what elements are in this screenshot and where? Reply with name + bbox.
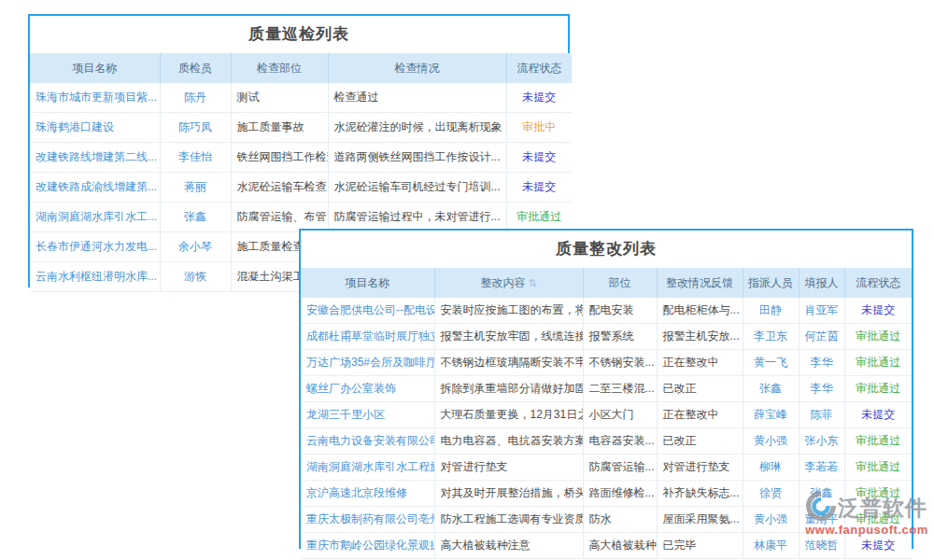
cell-project-name[interactable]: 长春市伊通河水力发电... bbox=[30, 232, 160, 262]
cell-project-name[interactable]: 改建铁路成渝线增建第... bbox=[30, 173, 160, 203]
cell-check-situation: 防腐管运输过程中，未对管进行... bbox=[328, 203, 506, 232]
cell-part: 不锈钢安装... bbox=[583, 350, 657, 376]
cell-feedback: 正在整改中 bbox=[657, 402, 743, 428]
col-header-project-name: 项目名称 bbox=[30, 53, 160, 83]
cell-part: 高大植被栽种 bbox=[583, 533, 657, 559]
cell-reporter[interactable]: 张小东 bbox=[799, 428, 844, 455]
cell-feedback: 已改正 bbox=[657, 428, 743, 455]
status-badge[interactable]: 审批通过 bbox=[844, 324, 912, 350]
sort-icon[interactable]: ⇅ bbox=[528, 277, 536, 288]
cell-reporter[interactable]: 董清平 bbox=[799, 507, 844, 533]
cell-feedback: 对管进行垫支 bbox=[657, 455, 743, 481]
status-badge[interactable]: 未提交 bbox=[506, 173, 572, 203]
col-header-project-name: 项目名称 bbox=[301, 268, 434, 298]
status-badge[interactable]: 未提交 bbox=[506, 83, 572, 113]
cell-assignee[interactable]: 黄小强 bbox=[743, 428, 799, 455]
cell-assignee[interactable]: 李卫东 bbox=[743, 324, 799, 350]
status-badge[interactable]: 审批中 bbox=[506, 113, 572, 143]
cell-project-name[interactable]: 湖南洞庭湖水库引水工... bbox=[30, 203, 160, 232]
cell-inspector[interactable]: 余小琴 bbox=[160, 232, 231, 262]
cell-rectify-content: 不锈钢边框玻璃隔断安装不牢... bbox=[434, 350, 583, 376]
cell-assignee[interactable]: 徐贤 bbox=[743, 481, 799, 507]
col-header-check-part: 检查部位 bbox=[231, 53, 328, 83]
cell-inspector[interactable]: 陈丹 bbox=[160, 83, 231, 113]
cell-feedback: 已改正 bbox=[657, 376, 743, 402]
cell-feedback: 报警主机安放... bbox=[657, 324, 743, 350]
cell-project-name[interactable]: 珠海鹤港口建设 bbox=[30, 113, 160, 143]
cell-project-name[interactable]: 成都杜甫草堂临时展厅独立展... bbox=[301, 324, 434, 350]
status-badge[interactable]: 审批通过 bbox=[844, 507, 912, 533]
status-badge[interactable]: 审批通过 bbox=[844, 376, 912, 402]
table-row: 改建铁路线增建第二线... 李佳怡 铁丝网围挡工作检查 道路两侧铁丝网围挡工作按… bbox=[30, 143, 572, 173]
col-header-rectify-content[interactable]: 整改内容⇅ bbox=[434, 268, 583, 298]
status-badge[interactable]: 未提交 bbox=[844, 533, 912, 559]
cell-assignee[interactable]: 林康平 bbox=[743, 533, 799, 559]
table-row: 龙湖三千里小区 大理石质量更换，12月31日之... 小区大门 正在整改中 薛宝… bbox=[301, 402, 912, 428]
cell-rectify-content: 高大植被栽种注意 bbox=[434, 533, 583, 559]
cell-project-name[interactable]: 云南电力设备安装有限公司20... bbox=[301, 428, 434, 455]
cell-reporter[interactable]: 李华 bbox=[799, 376, 844, 402]
cell-project-name[interactable]: 珠海市城市更新项目紫... bbox=[30, 83, 160, 113]
cell-project-name[interactable]: 湖南洞庭湖水库引水工程施工标 bbox=[301, 455, 434, 481]
cell-inspector[interactable]: 陈巧凤 bbox=[160, 113, 231, 143]
cell-part: 防腐管运输... bbox=[583, 455, 657, 481]
cell-rectify-content: 报警主机安放牢固，线缆连接... bbox=[434, 324, 583, 350]
cell-inspector[interactable]: 蒋丽 bbox=[160, 173, 231, 203]
cell-feedback: 屋面采用聚氨... bbox=[657, 507, 743, 533]
cell-part: 二至三楼混... bbox=[583, 376, 657, 402]
cell-check-part: 施工质量事故 bbox=[231, 113, 328, 143]
cell-feedback: 配电柜柜体与... bbox=[657, 298, 743, 324]
cell-feedback: 正在整改中 bbox=[657, 350, 743, 376]
cell-assignee[interactable]: 田静 bbox=[743, 298, 799, 324]
cell-project-name[interactable]: 改建铁路线增建第二线... bbox=[30, 143, 160, 173]
cell-part: 报警系统 bbox=[583, 324, 657, 350]
cell-inspector[interactable]: 游恢 bbox=[160, 262, 231, 292]
status-badge[interactable]: 未提交 bbox=[844, 298, 912, 324]
cell-reporter[interactable]: 张鑫 bbox=[799, 481, 844, 507]
cell-assignee[interactable]: 薛宝峰 bbox=[743, 402, 799, 428]
cell-reporter[interactable]: 范晓哲 bbox=[799, 533, 844, 559]
cell-project-name[interactable]: 京沪高速北京段维修 bbox=[301, 481, 434, 507]
cell-part: 防水 bbox=[583, 507, 657, 533]
status-badge[interactable]: 审批通过 bbox=[844, 455, 912, 481]
cell-reporter[interactable]: 肖亚军 bbox=[799, 298, 844, 324]
cell-reporter[interactable]: 何芷茵 bbox=[799, 324, 844, 350]
cell-assignee[interactable]: 黄小强 bbox=[743, 507, 799, 533]
table-row: 万达广场35#会所及咖啡厅空... 不锈钢边框玻璃隔断安装不牢... 不锈钢安装… bbox=[301, 350, 912, 376]
col-header-feedback: 整改情况反馈 bbox=[657, 268, 743, 298]
status-badge[interactable]: 审批通过 bbox=[506, 203, 572, 232]
cell-project-name[interactable]: 安徽合肥供电公司--配电设备... bbox=[301, 298, 434, 324]
cell-rectify-content: 拆除到承重墙部分请做好加固... bbox=[434, 376, 583, 402]
cell-assignee[interactable]: 黄一飞 bbox=[743, 350, 799, 376]
cell-rectify-content: 安装时应按施工图的布置，将... bbox=[434, 298, 583, 324]
cell-reporter[interactable]: 李若若 bbox=[799, 455, 844, 481]
cell-inspector[interactable]: 张鑫 bbox=[160, 203, 231, 232]
table-row: 京沪高速北京段维修 对其及时开展整治措施，桥头... 路面维修检... 补齐缺失… bbox=[301, 481, 912, 507]
cell-inspector[interactable]: 李佳怡 bbox=[160, 143, 231, 173]
cell-project-name[interactable]: 重庆太极制药有限公司亳州中... bbox=[301, 507, 434, 533]
cell-project-name[interactable]: 螺丝厂办公室装饰 bbox=[301, 376, 434, 402]
col-header-part: 部位 bbox=[583, 268, 657, 298]
cell-reporter[interactable]: 陈菲 bbox=[799, 402, 844, 428]
cell-part: 配电安装 bbox=[583, 298, 657, 324]
cell-assignee[interactable]: 柳琳 bbox=[743, 455, 799, 481]
cell-project-name[interactable]: 重庆市鹅岭公园绿化景观提升... bbox=[301, 533, 434, 559]
status-badge[interactable]: 审批通过 bbox=[844, 428, 912, 455]
table-row: 珠海鹤港口建设 陈巧凤 施工质量事故 水泥砼灌注的时候，出现离析现象 审批中 bbox=[30, 113, 572, 143]
rectify-table-header: 项目名称 整改内容⇅ 部位 整改情况反馈 指派人员 填报人 流程状态 bbox=[301, 268, 912, 298]
status-badge[interactable]: 未提交 bbox=[506, 143, 572, 173]
cell-part: 路面维修检... bbox=[583, 481, 657, 507]
cell-check-part: 铁丝网围挡工作检查 bbox=[231, 143, 328, 173]
status-badge[interactable]: 未提交 bbox=[844, 402, 912, 428]
cell-reporter[interactable]: 李华 bbox=[799, 350, 844, 376]
page: 质量巡检列表 项目名称 质检员 检查部位 检查情况 流程状态 珠海市城市更新项目… bbox=[0, 0, 934, 560]
status-badge[interactable]: 审批通过 bbox=[844, 481, 912, 507]
cell-check-situation: 检查通过 bbox=[328, 83, 506, 113]
cell-project-name[interactable]: 云南水利枢纽潜明水库... bbox=[30, 262, 160, 292]
table-row: 湖南洞庭湖水库引水工程施工标 对管进行垫支 防腐管运输... 对管进行垫支 柳琳… bbox=[301, 455, 912, 481]
cell-check-part: 水泥砼运输车检查 bbox=[231, 173, 328, 203]
cell-project-name[interactable]: 龙湖三千里小区 bbox=[301, 402, 434, 428]
status-badge[interactable]: 审批通过 bbox=[844, 350, 912, 376]
cell-project-name[interactable]: 万达广场35#会所及咖啡厅空... bbox=[301, 350, 434, 376]
cell-assignee[interactable]: 张鑫 bbox=[743, 376, 799, 402]
